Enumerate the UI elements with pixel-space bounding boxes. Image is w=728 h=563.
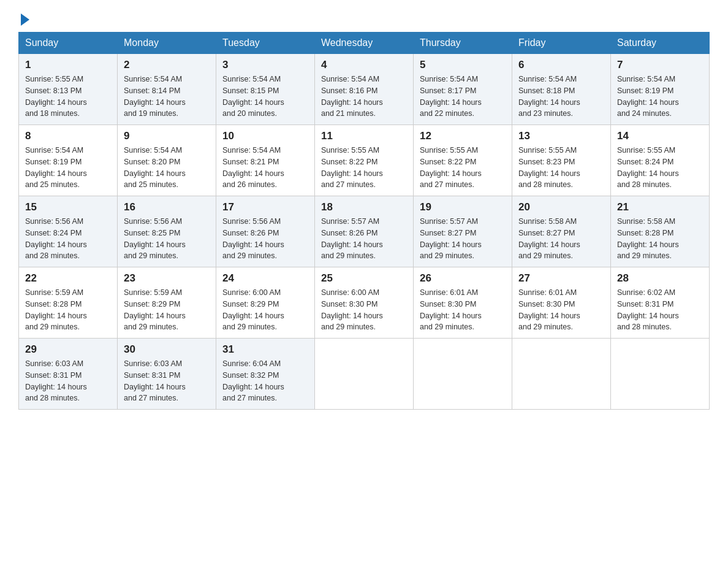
calendar-cell: 23Sunrise: 5:59 AMSunset: 8:29 PMDayligh… [118,267,216,339]
day-number: 29 [25,343,111,356]
column-header-wednesday: Wednesday [315,33,414,54]
day-info: Sunrise: 6:01 AMSunset: 8:30 PMDaylight:… [420,287,506,333]
calendar-cell: 18Sunrise: 5:57 AMSunset: 8:26 PMDayligh… [315,196,414,267]
calendar-cell: 16Sunrise: 5:56 AMSunset: 8:25 PMDayligh… [118,196,216,267]
day-number: 19 [420,201,506,213]
day-info: Sunrise: 5:54 AMSunset: 8:17 PMDaylight:… [420,74,506,120]
day-info: Sunrise: 5:58 AMSunset: 8:27 PMDaylight:… [518,216,604,262]
logo-top [18,12,29,26]
logo [18,12,29,26]
calendar-cell [414,339,512,410]
day-number: 5 [420,59,506,71]
day-info: Sunrise: 5:54 AMSunset: 8:20 PMDaylight:… [124,145,210,191]
day-number: 28 [617,272,703,285]
calendar-week-row: 29Sunrise: 6:03 AMSunset: 8:31 PMDayligh… [19,339,710,410]
day-number: 9 [124,130,210,142]
calendar-cell: 30Sunrise: 6:03 AMSunset: 8:31 PMDayligh… [118,339,216,410]
calendar-cell: 3Sunrise: 5:54 AMSunset: 8:15 PMDaylight… [216,54,315,125]
calendar-cell: 31Sunrise: 6:04 AMSunset: 8:32 PMDayligh… [216,339,315,410]
day-info: Sunrise: 5:59 AMSunset: 8:28 PMDaylight:… [25,287,111,333]
day-number: 25 [321,272,407,285]
calendar-cell: 9Sunrise: 5:54 AMSunset: 8:20 PMDaylight… [118,125,216,196]
calendar-cell: 10Sunrise: 5:54 AMSunset: 8:21 PMDayligh… [216,125,315,196]
page-header [18,12,710,26]
calendar-cell: 1Sunrise: 5:55 AMSunset: 8:13 PMDaylight… [19,54,118,125]
calendar-week-row: 22Sunrise: 5:59 AMSunset: 8:28 PMDayligh… [19,267,710,339]
calendar-header-row: SundayMondayTuesdayWednesdayThursdayFrid… [19,33,710,54]
calendar-cell: 14Sunrise: 5:55 AMSunset: 8:24 PMDayligh… [611,125,710,196]
calendar-cell: 15Sunrise: 5:56 AMSunset: 8:24 PMDayligh… [19,196,118,267]
day-info: Sunrise: 5:54 AMSunset: 8:14 PMDaylight:… [124,74,210,120]
day-info: Sunrise: 6:03 AMSunset: 8:31 PMDaylight:… [124,358,210,404]
day-info: Sunrise: 5:56 AMSunset: 8:26 PMDaylight:… [222,216,308,262]
day-info: Sunrise: 5:54 AMSunset: 8:21 PMDaylight:… [222,145,308,191]
day-info: Sunrise: 5:55 AMSunset: 8:22 PMDaylight:… [420,145,506,191]
calendar-cell: 8Sunrise: 5:54 AMSunset: 8:19 PMDaylight… [19,125,118,196]
calendar-week-row: 15Sunrise: 5:56 AMSunset: 8:24 PMDayligh… [19,196,710,267]
calendar-cell: 11Sunrise: 5:55 AMSunset: 8:22 PMDayligh… [315,125,414,196]
calendar-cell [315,339,414,410]
day-number: 7 [617,59,703,71]
day-number: 26 [420,272,506,285]
day-number: 23 [124,272,210,285]
day-number: 11 [321,130,407,142]
day-info: Sunrise: 5:57 AMSunset: 8:27 PMDaylight:… [420,216,506,262]
column-header-tuesday: Tuesday [216,33,315,54]
calendar-week-row: 1Sunrise: 5:55 AMSunset: 8:13 PMDaylight… [19,54,710,125]
day-info: Sunrise: 5:55 AMSunset: 8:24 PMDaylight:… [617,145,703,191]
day-number: 27 [518,272,604,285]
calendar-cell: 5Sunrise: 5:54 AMSunset: 8:17 PMDaylight… [414,54,512,125]
day-number: 10 [222,130,308,142]
day-info: Sunrise: 5:54 AMSunset: 8:15 PMDaylight:… [222,74,308,120]
column-header-sunday: Sunday [19,33,118,54]
day-number: 24 [222,272,308,285]
day-info: Sunrise: 5:54 AMSunset: 8:19 PMDaylight:… [25,145,111,191]
calendar-cell: 27Sunrise: 6:01 AMSunset: 8:30 PMDayligh… [512,267,611,339]
day-info: Sunrise: 5:56 AMSunset: 8:24 PMDaylight:… [25,216,111,262]
day-info: Sunrise: 6:00 AMSunset: 8:30 PMDaylight:… [321,287,407,333]
day-info: Sunrise: 5:54 AMSunset: 8:18 PMDaylight:… [518,74,604,120]
day-number: 1 [25,59,111,71]
calendar-cell: 21Sunrise: 5:58 AMSunset: 8:28 PMDayligh… [611,196,710,267]
calendar-cell: 26Sunrise: 6:01 AMSunset: 8:30 PMDayligh… [414,267,512,339]
day-number: 17 [222,201,308,213]
calendar-cell [611,339,710,410]
calendar-cell: 28Sunrise: 6:02 AMSunset: 8:31 PMDayligh… [611,267,710,339]
day-info: Sunrise: 5:54 AMSunset: 8:16 PMDaylight:… [321,74,407,120]
day-info: Sunrise: 6:04 AMSunset: 8:32 PMDaylight:… [222,358,308,404]
calendar-cell: 20Sunrise: 5:58 AMSunset: 8:27 PMDayligh… [512,196,611,267]
day-info: Sunrise: 5:59 AMSunset: 8:29 PMDaylight:… [124,287,210,333]
calendar-cell: 17Sunrise: 5:56 AMSunset: 8:26 PMDayligh… [216,196,315,267]
calendar-table: SundayMondayTuesdayWednesdayThursdayFrid… [18,32,710,410]
calendar-cell: 25Sunrise: 6:00 AMSunset: 8:30 PMDayligh… [315,267,414,339]
day-info: Sunrise: 5:54 AMSunset: 8:19 PMDaylight:… [617,74,703,120]
day-number: 3 [222,59,308,71]
day-info: Sunrise: 5:57 AMSunset: 8:26 PMDaylight:… [321,216,407,262]
day-number: 16 [124,201,210,213]
calendar-cell: 22Sunrise: 5:59 AMSunset: 8:28 PMDayligh… [19,267,118,339]
calendar-cell: 13Sunrise: 5:55 AMSunset: 8:23 PMDayligh… [512,125,611,196]
day-info: Sunrise: 6:02 AMSunset: 8:31 PMDaylight:… [617,287,703,333]
calendar-cell: 4Sunrise: 5:54 AMSunset: 8:16 PMDaylight… [315,54,414,125]
day-number: 6 [518,59,604,71]
calendar-cell: 7Sunrise: 5:54 AMSunset: 8:19 PMDaylight… [611,54,710,125]
day-info: Sunrise: 6:03 AMSunset: 8:31 PMDaylight:… [25,358,111,404]
day-info: Sunrise: 5:55 AMSunset: 8:13 PMDaylight:… [25,74,111,120]
calendar-cell: 12Sunrise: 5:55 AMSunset: 8:22 PMDayligh… [414,125,512,196]
day-info: Sunrise: 6:01 AMSunset: 8:30 PMDaylight:… [518,287,604,333]
day-number: 13 [518,130,604,142]
logo-arrow-icon [21,13,29,26]
column-header-saturday: Saturday [611,33,710,54]
day-number: 15 [25,201,111,213]
day-info: Sunrise: 5:58 AMSunset: 8:28 PMDaylight:… [617,216,703,262]
calendar-week-row: 8Sunrise: 5:54 AMSunset: 8:19 PMDaylight… [19,125,710,196]
day-number: 22 [25,272,111,285]
day-number: 31 [222,343,308,356]
day-number: 20 [518,201,604,213]
calendar-cell: 6Sunrise: 5:54 AMSunset: 8:18 PMDaylight… [512,54,611,125]
calendar-cell: 2Sunrise: 5:54 AMSunset: 8:14 PMDaylight… [118,54,216,125]
day-number: 12 [420,130,506,142]
day-number: 2 [124,59,210,71]
day-info: Sunrise: 6:00 AMSunset: 8:29 PMDaylight:… [222,287,308,333]
column-header-monday: Monday [118,33,216,54]
